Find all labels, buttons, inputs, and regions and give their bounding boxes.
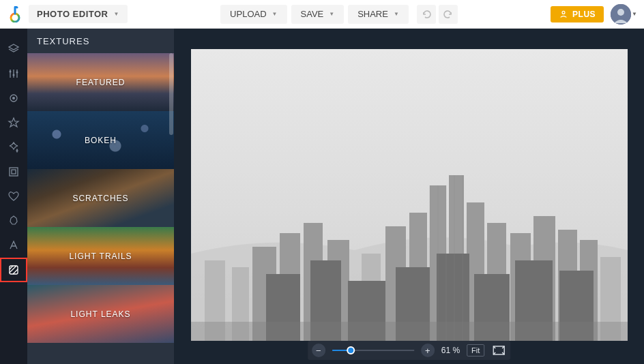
canvas-area: − + 61 % Fit [174, 29, 644, 364]
zoom-in-button[interactable]: + [421, 344, 435, 357]
shapes-tool[interactable] [0, 209, 27, 233]
layers-tool[interactable] [0, 37, 27, 61]
upload-button[interactable]: UPLOAD ▼ [220, 5, 287, 24]
textures-panel: TEXTURES FEATURED BOKEH SCRATCHES LIGHT … [27, 29, 174, 364]
svg-point-8 [12, 97, 15, 100]
exposure-tool[interactable] [0, 86, 27, 110]
app-logo[interactable] [7, 6, 23, 22]
stickers-tool[interactable] [0, 184, 27, 209]
zoom-toolbar: − + 61 % Fit [308, 341, 511, 360]
textures-tool[interactable] [0, 258, 27, 282]
chevron-down-icon: ▼ [632, 11, 637, 17]
texture-category-light-trails[interactable]: LIGHT TRAILS [27, 227, 174, 285]
user-avatar[interactable] [611, 4, 631, 25]
save-button[interactable]: SAVE ▼ [291, 5, 345, 24]
text-tool[interactable] [0, 233, 27, 258]
svg-point-0 [11, 14, 19, 22]
texture-label: FEATURED [76, 78, 126, 87]
mode-dropdown[interactable]: PHOTO EDITOR ▼ [29, 5, 128, 23]
zoom-percent: 61 % [441, 346, 460, 355]
svg-point-5 [13, 74, 15, 76]
zoom-out-button[interactable]: − [312, 344, 325, 357]
texture-category-scratches[interactable]: SCRATCHES [27, 169, 174, 227]
texture-label: SCRATCHES [72, 194, 128, 203]
chevron-down-icon: ▼ [329, 11, 334, 17]
favorites-tool[interactable] [0, 110, 27, 135]
texture-label: LIGHT LEAKS [70, 309, 130, 319]
svg-point-3 [617, 9, 624, 16]
redo-button[interactable] [439, 5, 458, 24]
texture-label: LIGHT TRAILS [69, 252, 132, 261]
zoom-fit-button[interactable]: Fit [467, 344, 484, 357]
share-button[interactable]: SHARE ▼ [348, 5, 409, 24]
svg-point-6 [16, 72, 18, 74]
zoom-slider-handle[interactable] [347, 346, 355, 354]
texture-category-featured[interactable]: FEATURED [27, 53, 174, 111]
svg-point-1 [562, 11, 565, 14]
svg-rect-39 [191, 322, 628, 341]
texture-category-light-leaks[interactable]: LIGHT LEAKS [27, 285, 174, 343]
svg-point-4 [10, 71, 12, 73]
adjust-tool[interactable] [0, 61, 27, 86]
chevron-down-icon: ▼ [394, 11, 399, 17]
svg-rect-10 [12, 170, 16, 174]
canvas-image[interactable] [191, 49, 628, 341]
fullscreen-button[interactable] [491, 344, 506, 357]
tool-rail [0, 29, 27, 364]
svg-rect-9 [10, 168, 18, 176]
plus-upgrade-button[interactable]: PLUS [551, 6, 604, 22]
frames-tool[interactable] [0, 160, 27, 184]
crown-icon [559, 10, 568, 19]
undo-button[interactable] [417, 5, 436, 24]
zoom-slider[interactable] [332, 344, 414, 357]
panel-scrollbar[interactable] [169, 53, 173, 364]
effects-tool[interactable] [0, 135, 27, 160]
panel-title: TEXTURES [27, 29, 174, 53]
texture-category-bokeh[interactable]: BOKEH [27, 111, 174, 169]
texture-label: BOKEH [85, 136, 117, 145]
mode-label: PHOTO EDITOR [37, 9, 108, 19]
chevron-down-icon: ▼ [272, 11, 278, 17]
chevron-down-icon: ▼ [113, 11, 119, 17]
